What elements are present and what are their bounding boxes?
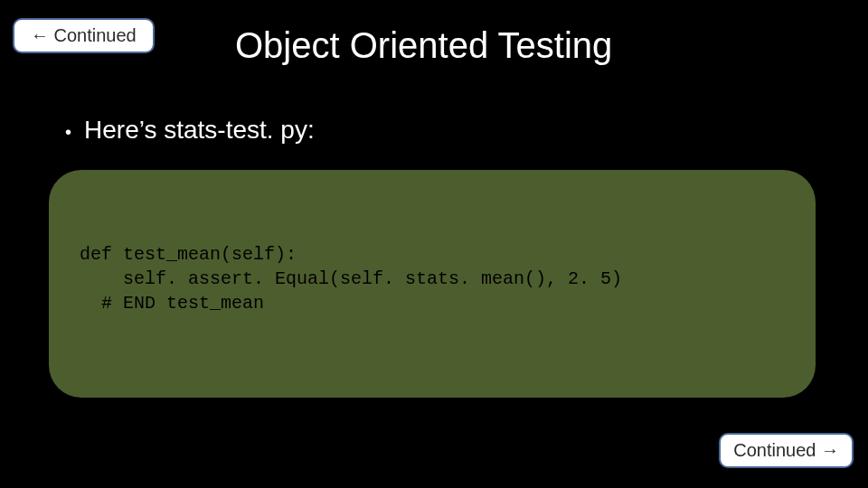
code-content: def test_mean(self): self. assert. Equal… — [80, 242, 785, 315]
nav-forward-button[interactable]: Continued → — [719, 433, 854, 468]
bullet-dot-icon: • — [65, 123, 71, 141]
bullet-text: Here’s stats-test. py: — [84, 116, 315, 145]
bullet-list: • Here’s stats-test. py: — [65, 116, 803, 155]
code-block: def test_mean(self): self. assert. Equal… — [49, 170, 816, 398]
slide-title: Object Oriented Testing — [235, 25, 612, 66]
bullet-item: • Here’s stats-test. py: — [65, 116, 803, 145]
nav-back-button[interactable]: ← Continued — [13, 18, 155, 53]
